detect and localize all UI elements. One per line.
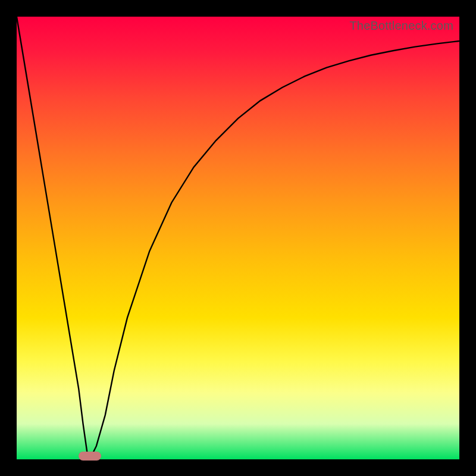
- plot-area: TheBottleneck.com: [17, 17, 459, 459]
- chart-frame: TheBottleneck.com: [0, 0, 476, 476]
- optimal-point-marker: [79, 452, 101, 461]
- bottleneck-curve: [17, 17, 459, 459]
